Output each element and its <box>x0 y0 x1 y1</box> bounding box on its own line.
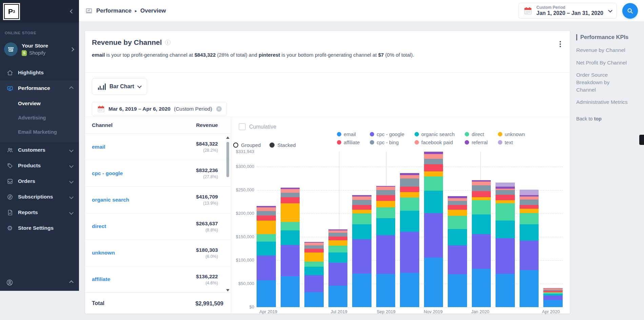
segment-direct[interactable] <box>472 200 491 214</box>
segment-email[interactable] <box>496 274 515 307</box>
segment-text[interactable] <box>520 190 539 195</box>
segment-email[interactable] <box>376 274 396 307</box>
kebab-menu-icon[interactable] <box>558 40 562 49</box>
sidebar-collapse-icon[interactable] <box>70 9 74 14</box>
segment-facebook-paid[interactable] <box>448 198 467 201</box>
segment-unknown[interactable] <box>472 197 491 201</box>
segment-organic-search[interactable] <box>448 229 467 245</box>
segment-facebook-paid[interactable] <box>281 189 300 193</box>
segment-cpc---google[interactable] <box>400 232 419 273</box>
account-icon[interactable] <box>6 279 13 286</box>
segment-affiliate[interactable] <box>281 197 300 203</box>
segment-facebook-paid[interactable] <box>424 154 443 159</box>
segment-cpc---bing[interactable] <box>424 159 443 165</box>
segment-unknown[interactable] <box>496 200 515 203</box>
kpi-link-order-source-breakdown[interactable]: Order Source Breakdown by Channel <box>576 71 630 93</box>
sidebar-item-customers[interactable]: Customers <box>0 142 79 158</box>
segment-cpc---bing[interactable] <box>257 211 276 215</box>
segment-cpc---bing[interactable] <box>328 233 348 237</box>
segment-cpc---bing[interactable] <box>281 193 300 197</box>
segment-organic-search[interactable] <box>424 191 443 213</box>
segment-direct[interactable] <box>376 207 396 218</box>
segment-cpc---bing[interactable] <box>304 245 324 249</box>
segment-facebook-paid[interactable] <box>472 182 491 185</box>
bar-jul-2019[interactable] <box>328 229 348 307</box>
segment-cpc---google[interactable] <box>448 245 467 275</box>
back-to-top-link[interactable]: Back to top <box>576 116 640 121</box>
collapse-footer-chevron-up-icon[interactable] <box>69 280 74 285</box>
segment-affiliate[interactable] <box>448 205 467 210</box>
sidebar-item-advertising[interactable]: Advertising <box>0 110 79 125</box>
sidebar-item-reports[interactable]: Reports <box>0 205 79 220</box>
kpi-link-administrative-metrics[interactable]: Administrative Metrics <box>576 98 640 106</box>
segment-direct[interactable] <box>424 176 443 190</box>
segment-cpc---bing[interactable] <box>496 190 515 195</box>
segment-cpc---google[interactable] <box>257 256 276 280</box>
segment-cpc---google[interactable] <box>281 245 300 276</box>
sidebar-item-orders[interactable]: Orders <box>0 173 79 189</box>
breadcrumb-section[interactable]: Performance <box>96 7 132 14</box>
segment-organic-search[interactable] <box>281 230 300 245</box>
bar-jan-2020[interactable] <box>472 180 491 307</box>
segment-facebook-paid[interactable] <box>400 175 419 178</box>
segment-direct[interactable] <box>328 246 348 252</box>
bar-jun-2019[interactable] <box>304 242 324 307</box>
chart-type-dropdown[interactable]: Bar Chart <box>92 78 147 95</box>
segment-organic-search[interactable] <box>472 214 491 234</box>
segment-cpc---bing[interactable] <box>520 200 539 205</box>
bar-dec-2019[interactable] <box>448 196 467 307</box>
segment-affiliate[interactable] <box>496 195 515 201</box>
segment-affiliate[interactable] <box>400 187 419 192</box>
segment-cpc---google[interactable] <box>520 241 539 270</box>
segment-facebook-paid[interactable] <box>520 196 539 199</box>
segment-unknown[interactable] <box>520 209 539 213</box>
segment-direct[interactable] <box>257 234 276 242</box>
segment-cpc---google[interactable] <box>424 213 443 258</box>
segment-organic-search[interactable] <box>328 252 348 263</box>
segment-email[interactable] <box>281 276 300 307</box>
bar-feb-2020[interactable] <box>496 183 515 307</box>
segment-email[interactable] <box>304 292 324 307</box>
segment-cpc---google[interactable] <box>496 238 515 274</box>
segment-direct[interactable] <box>352 213 371 224</box>
segment-email[interactable] <box>424 258 443 307</box>
segment-cpc---google[interactable] <box>472 234 491 269</box>
segment-email[interactable] <box>448 274 467 307</box>
kpi-link-net-profit-by-channel[interactable]: Net Profit By Channel <box>576 59 640 67</box>
segment-direct[interactable] <box>496 203 515 221</box>
segment-organic-search[interactable] <box>257 242 276 256</box>
bar-aug-2019[interactable] <box>352 195 371 307</box>
segment-cpc---bing[interactable] <box>352 200 371 205</box>
segment-facebook-paid[interactable] <box>328 230 348 233</box>
segment-cpc---google[interactable] <box>543 296 563 300</box>
segment-referral[interactable] <box>424 152 443 154</box>
segment-unknown[interactable] <box>424 171 443 176</box>
channel-link[interactable]: cpc - google <box>92 170 123 176</box>
segment-email[interactable] <box>328 286 348 307</box>
sidebar-item-products[interactable]: Products <box>0 158 79 173</box>
segment-direct[interactable] <box>281 222 300 230</box>
global-period-picker[interactable]: Custom Period Jan 1, 2020 – Jan 31, 2020 <box>518 3 617 19</box>
kpi-link-revenue-by-channel[interactable]: Revenue by Channel <box>576 46 640 54</box>
segment-organic-search[interactable] <box>400 211 419 232</box>
segment-cpc---google[interactable] <box>328 263 348 286</box>
segment-email[interactable] <box>543 300 563 307</box>
date-filter-chip[interactable]: Mar 6, 2019 – Apr 6, 2020 (Custom Period… <box>92 102 227 116</box>
segment-organic-search[interactable] <box>520 224 539 241</box>
bar-apr-2019[interactable] <box>257 206 276 307</box>
segment-cpc---bing[interactable] <box>448 201 467 205</box>
scroll-up-icon[interactable] <box>226 136 229 139</box>
segment-unknown[interactable] <box>257 221 276 234</box>
sidebar-item-highlights[interactable]: Highlights <box>0 65 79 80</box>
segment-cpc---bing[interactable] <box>400 178 419 187</box>
segment-unknown[interactable] <box>376 201 396 207</box>
segment-direct[interactable] <box>400 197 419 211</box>
segment-organic-search[interactable] <box>376 218 396 235</box>
segment-affiliate[interactable] <box>472 191 491 197</box>
segment-affiliate[interactable] <box>424 164 443 171</box>
table-scrollbar[interactable] <box>225 136 230 291</box>
segment-unknown[interactable] <box>328 240 348 246</box>
segment-direct[interactable] <box>520 213 539 224</box>
segment-unknown[interactable] <box>281 203 300 222</box>
segment-organic-search[interactable] <box>352 224 371 239</box>
